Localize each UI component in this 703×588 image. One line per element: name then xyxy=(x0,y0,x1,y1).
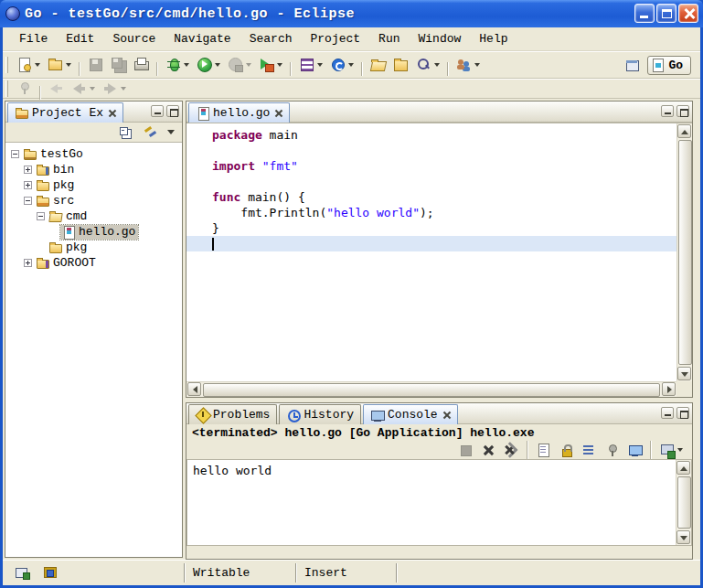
scroll-right-button[interactable] xyxy=(662,382,676,396)
editor-vertical-scrollbar[interactable] xyxy=(676,123,692,381)
code-line-8[interactable] xyxy=(186,236,676,251)
scrollbar-thumb[interactable] xyxy=(677,476,691,529)
remove-all-terminated-button[interactable] xyxy=(501,440,522,461)
close-icon[interactable] xyxy=(274,109,282,117)
dropdown-arrow-icon[interactable] xyxy=(35,63,40,67)
new-go-element-button[interactable] xyxy=(296,54,325,75)
dropdown-arrow-icon[interactable] xyxy=(677,448,683,452)
close-icon[interactable] xyxy=(442,411,451,419)
editor-horizontal-scrollbar[interactable] xyxy=(186,381,676,397)
fast-view-button[interactable] xyxy=(11,562,32,583)
toolbar-grip[interactable] xyxy=(5,57,8,73)
maximize-view-button[interactable] xyxy=(676,105,689,117)
scroll-up-button[interactable] xyxy=(676,461,690,475)
scroll-up-button[interactable] xyxy=(677,124,691,138)
menu-project[interactable]: Project xyxy=(301,29,369,48)
dropdown-arrow-icon[interactable] xyxy=(474,63,480,67)
dropdown-arrow-icon[interactable] xyxy=(121,87,126,91)
tree-item-bin[interactable]: bin xyxy=(5,162,182,177)
tab-project-explorer[interactable]: Project Ex xyxy=(7,102,123,123)
view-menu-icon[interactable] xyxy=(167,130,175,134)
code-line-7[interactable]: } xyxy=(186,220,676,236)
search-button[interactable] xyxy=(413,54,442,75)
close-icon[interactable] xyxy=(108,109,116,117)
scroll-down-button[interactable] xyxy=(676,530,690,544)
dropdown-arrow-icon[interactable] xyxy=(90,87,95,91)
scroll-lock-button[interactable] xyxy=(556,440,577,461)
console-vertical-scrollbar[interactable] xyxy=(676,460,691,545)
tab-history[interactable]: History xyxy=(279,404,361,424)
code-line-5[interactable]: func main() { xyxy=(186,189,676,205)
scrollbar-thumb[interactable] xyxy=(203,383,660,397)
dropdown-arrow-icon[interactable] xyxy=(348,63,354,67)
dropdown-arrow-icon[interactable] xyxy=(66,63,71,67)
maximize-button[interactable] xyxy=(656,4,676,23)
tree-expander-icon[interactable] xyxy=(24,259,32,267)
menu-window[interactable]: Window xyxy=(410,29,471,48)
tab-console[interactable]: Console xyxy=(363,404,458,424)
remove-launch-button[interactable] xyxy=(478,440,499,461)
new-wizard-button[interactable] xyxy=(14,54,43,75)
tree-item-pkg[interactable]: pkg xyxy=(5,177,182,193)
menu-run[interactable]: Run xyxy=(369,29,409,48)
code-line-4[interactable] xyxy=(186,174,676,189)
menu-edit[interactable]: Edit xyxy=(57,29,103,48)
open-resource-button[interactable] xyxy=(367,54,389,75)
dropdown-arrow-icon[interactable] xyxy=(184,63,189,67)
tree-item-testgo[interactable]: testGo xyxy=(5,146,182,162)
collapse-all-button[interactable] xyxy=(115,122,136,143)
tree-item-hello-go[interactable]: hello.go xyxy=(5,224,182,240)
menu-help[interactable]: Help xyxy=(470,29,517,48)
menu-search[interactable]: Search xyxy=(240,29,302,48)
external-tools-button[interactable] xyxy=(256,54,285,75)
dropdown-arrow-icon[interactable] xyxy=(317,63,323,67)
tree-expander-icon[interactable] xyxy=(37,212,45,220)
minimize-button[interactable] xyxy=(634,4,655,23)
maximize-view-button[interactable] xyxy=(676,407,689,419)
menu-source[interactable]: Source xyxy=(103,29,165,48)
debug-button[interactable] xyxy=(163,54,192,75)
minimize-view-button[interactable] xyxy=(151,105,164,117)
toolbar-grip[interactable] xyxy=(5,80,8,97)
go-perspective-button[interactable]: Go xyxy=(647,56,691,75)
maximize-view-button[interactable] xyxy=(166,105,179,117)
tree-item-goroot[interactable]: GOROOT xyxy=(5,255,182,271)
dropdown-arrow-icon[interactable] xyxy=(277,63,282,67)
display-selected-console-button[interactable] xyxy=(624,440,645,461)
console-output-area[interactable]: hello world xyxy=(186,459,692,546)
menu-file[interactable]: File xyxy=(10,29,57,48)
tree-expander-icon[interactable] xyxy=(11,150,19,158)
code-line-1[interactable]: package main xyxy=(186,127,676,143)
scroll-down-button[interactable] xyxy=(677,367,691,380)
tree-item-src[interactable]: src xyxy=(5,193,182,208)
editor-code[interactable]: package main import "fmt" func main() { … xyxy=(186,123,676,381)
launch-status-button[interactable] xyxy=(39,562,60,583)
open-perspective-button[interactable] xyxy=(622,55,643,76)
menu-navigate[interactable]: Navigate xyxy=(165,29,240,48)
print-button[interactable] xyxy=(131,54,152,75)
goclipse-button[interactable] xyxy=(327,54,357,75)
scroll-left-button[interactable] xyxy=(187,382,201,396)
pin-console-button[interactable] xyxy=(602,440,623,461)
tree-item-cmd[interactable]: cmd xyxy=(5,208,182,224)
tree-item-pkg[interactable]: pkg xyxy=(5,240,182,255)
code-line-6[interactable]: fmt.Println("hello world"); xyxy=(186,205,676,220)
open-project-button[interactable] xyxy=(390,54,411,75)
code-line-3[interactable]: import "fmt" xyxy=(186,158,676,174)
team-button[interactable] xyxy=(453,54,483,75)
clear-console-button[interactable] xyxy=(533,440,554,461)
tree-expander-icon[interactable] xyxy=(24,181,32,189)
close-button[interactable] xyxy=(678,4,698,23)
dropdown-arrow-icon[interactable] xyxy=(434,63,440,67)
word-wrap-button[interactable] xyxy=(579,440,600,461)
dropdown-arrow-icon[interactable] xyxy=(215,63,220,67)
dropdown-arrow-icon[interactable] xyxy=(246,63,251,67)
new-folder-button[interactable] xyxy=(45,54,74,75)
run-button[interactable] xyxy=(194,54,223,75)
title-bar[interactable]: Go - testGo/src/cmd/hello.go - Eclipse xyxy=(0,0,703,27)
tree-expander-icon[interactable] xyxy=(24,197,32,205)
minimize-view-button[interactable] xyxy=(661,407,674,419)
minimize-view-button[interactable] xyxy=(661,105,674,117)
scrollbar-thumb[interactable] xyxy=(678,140,692,365)
tab-hello-go[interactable]: hello.go xyxy=(188,102,290,123)
